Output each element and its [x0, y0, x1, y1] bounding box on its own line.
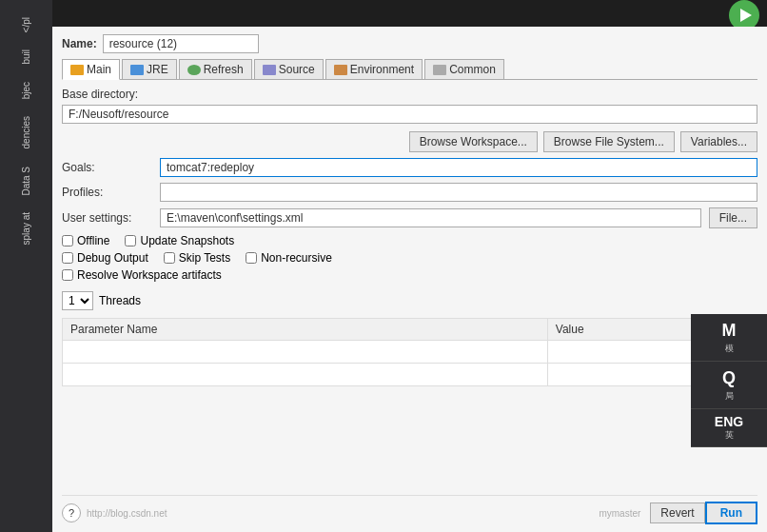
eng-text: 英	[725, 429, 734, 442]
tab-source-label: Source	[279, 63, 315, 76]
tab-environment[interactable]: Environment	[325, 59, 423, 79]
checkbox-row-3: Resolve Workspace artifacts	[62, 268, 757, 282]
skip-tests-label: Skip Tests	[179, 251, 230, 265]
main-tab-icon	[70, 65, 84, 75]
resolve-workspace-label: Resolve Workspace artifacts	[77, 268, 222, 282]
threads-label: Threads	[99, 294, 141, 307]
tab-common-label: Common	[449, 63, 496, 76]
tab-main-label: Main	[87, 63, 111, 76]
goals-input[interactable]	[160, 158, 757, 177]
sidebar-item-6[interactable]: splay at	[17, 205, 35, 252]
tab-source[interactable]: Source	[254, 59, 324, 79]
offline-checkbox[interactable]: Offline	[62, 234, 109, 247]
env-tab-icon	[334, 65, 347, 75]
common-tab-icon	[433, 65, 446, 75]
tab-jre[interactable]: JRE	[122, 59, 177, 79]
user-settings-row: User settings: File...	[62, 207, 757, 228]
sidebar-item-4[interactable]: dencies	[17, 108, 35, 156]
non-recursive-checkbox[interactable]: Non-recursive	[246, 251, 332, 265]
sidebar-item-2[interactable]: buil	[17, 42, 35, 72]
q-icon: Q	[722, 368, 736, 388]
tab-jre-label: JRE	[147, 63, 168, 76]
profiles-input[interactable]	[160, 183, 757, 202]
profiles-row: Profiles:	[62, 183, 757, 202]
right-panel-q[interactable]: Q 局	[691, 362, 767, 409]
threads-select[interactable]: 1 2 4	[62, 291, 93, 310]
update-snapshots-input[interactable]	[125, 235, 136, 246]
update-snapshots-label: Update Snapshots	[140, 234, 234, 247]
file-button[interactable]: File...	[709, 207, 757, 228]
q-text: 局	[725, 390, 734, 403]
resolve-workspace-input[interactable]	[62, 269, 73, 281]
params-table: Parameter Name Value	[62, 318, 757, 386]
user-settings-label: User settings:	[62, 211, 152, 225]
checkbox-row-2: Debug Output Skip Tests Non-recursive	[62, 251, 757, 265]
tab-main[interactable]: Main	[62, 59, 120, 80]
skip-tests-input[interactable]	[164, 252, 175, 264]
dialog-area: Name: Main JRE Refresh Source Environmen…	[52, 27, 767, 532]
goals-label: Goals:	[62, 161, 152, 174]
resolve-workspace-checkbox[interactable]: Resolve Workspace artifacts	[62, 268, 222, 282]
param-name-cell	[63, 341, 548, 364]
browse-buttons-row: Browse Workspace... Browse File System..…	[62, 131, 757, 152]
checkbox-row-1: Offline Update Snapshots	[62, 234, 757, 247]
goals-row: Goals:	[62, 158, 757, 177]
threads-row: 1 2 4 Threads	[62, 291, 757, 310]
table-row	[63, 341, 757, 364]
table-row-empty	[63, 364, 757, 386]
browse-workspace-button[interactable]: Browse Workspace...	[409, 131, 538, 152]
source-tab-icon	[263, 65, 276, 75]
debug-output-input[interactable]	[62, 252, 73, 264]
skip-tests-checkbox[interactable]: Skip Tests	[164, 251, 230, 265]
m-text: 模	[725, 343, 734, 355]
right-panel-eng[interactable]: ENG 英	[691, 409, 767, 447]
profiles-label: Profiles:	[62, 186, 152, 199]
debug-output-label: Debug Output	[77, 251, 148, 265]
sidebar-item-1[interactable]: </pl	[17, 10, 35, 40]
right-panel-m[interactable]: M 模	[691, 314, 767, 362]
tab-refresh-label: Refresh	[204, 63, 244, 76]
tab-refresh[interactable]: Refresh	[179, 59, 252, 79]
offline-checkbox-input[interactable]	[62, 235, 73, 246]
tab-environment-label: Environment	[350, 63, 414, 76]
checkboxes-area: Offline Update Snapshots Debug Output Sk…	[62, 234, 757, 286]
user-settings-input[interactable]	[160, 208, 701, 227]
name-label: Name:	[62, 37, 97, 50]
name-row: Name:	[62, 34, 757, 53]
sidebar-item-3[interactable]: bjec	[17, 74, 35, 107]
m-icon: M	[722, 321, 737, 341]
param-name-empty	[63, 364, 548, 386]
non-recursive-input[interactable]	[246, 252, 257, 264]
col-param-name: Parameter Name	[63, 319, 548, 341]
refresh-tab-icon	[187, 65, 201, 75]
base-dir-section: Base directory:	[62, 88, 757, 128]
base-dir-input[interactable]	[62, 105, 757, 124]
bottom-bar: ? http://blog.csdn.net mymaster Revert R…	[62, 495, 757, 524]
top-bar	[52, 0, 767, 27]
watermark-text2: mymaster	[599, 508, 640, 519]
left-sidebar: </pl buil bjec dencies Data S splay at	[0, 0, 52, 532]
update-snapshots-checkbox[interactable]: Update Snapshots	[125, 234, 234, 247]
jre-tab-icon	[130, 65, 144, 75]
revert-button[interactable]: Revert	[650, 502, 704, 523]
base-dir-label: Base directory:	[62, 88, 757, 101]
help-button[interactable]: ?	[62, 503, 81, 522]
name-input[interactable]	[103, 34, 259, 53]
params-table-container: Parameter Name Value	[62, 318, 757, 491]
browse-filesystem-button[interactable]: Browse File System...	[543, 131, 675, 152]
eng-icon: ENG	[715, 414, 743, 429]
tabs-bar: Main JRE Refresh Source Environment Comm…	[62, 59, 757, 80]
offline-label: Offline	[77, 234, 109, 247]
sidebar-item-5[interactable]: Data S	[17, 159, 35, 204]
non-recursive-label: Non-recursive	[261, 251, 332, 265]
watermark-text: http://blog.csdn.net	[87, 508, 599, 519]
run-button[interactable]: Run	[705, 502, 757, 524]
variables-button[interactable]: Variables...	[680, 131, 757, 152]
right-panel: M 模 Q 局 ENG 英	[691, 314, 767, 447]
debug-output-checkbox[interactable]: Debug Output	[62, 251, 148, 265]
tab-common[interactable]: Common	[424, 59, 504, 79]
